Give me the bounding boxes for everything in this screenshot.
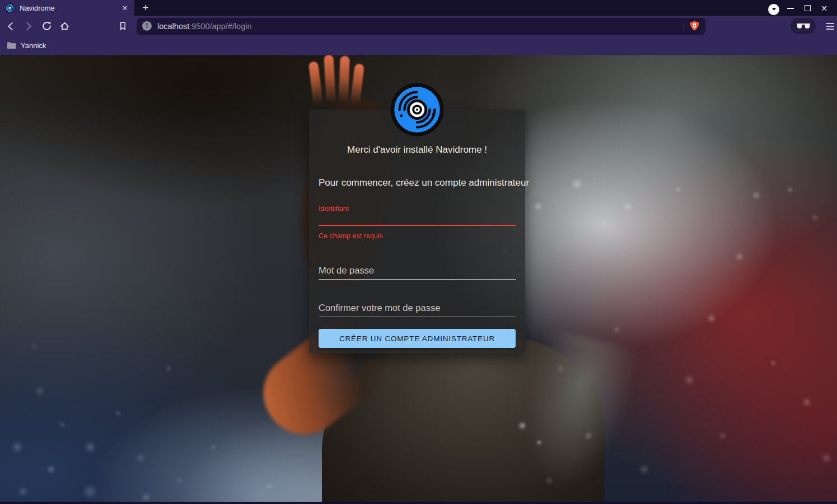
username-label: Identifiant [319, 205, 516, 213]
minimize-icon [787, 8, 794, 9]
username-field: Identifiant Ce champ est requis [319, 205, 516, 240]
tab-title: Navidrome [20, 4, 120, 12]
url-host: localhost [157, 22, 189, 31]
new-tab-button[interactable]: + [138, 0, 153, 16]
performer-finger [308, 61, 324, 111]
performer-finger [324, 55, 336, 111]
bookmark-folder-yannick[interactable]: Yannick [6, 39, 49, 52]
minimize-button[interactable] [782, 0, 799, 16]
close-window-button[interactable]: ✕ [816, 0, 833, 16]
titlebar: Navidrome ✕ + ✕ [0, 0, 837, 16]
username-input[interactable] [319, 213, 516, 226]
username-error-text: Ce champ est requis [319, 232, 516, 240]
maximize-icon [805, 5, 811, 11]
setup-card: Merci d'avoir installé Navidrome ! Pour … [309, 110, 525, 354]
bookmarks-bar: Yannick [0, 36, 837, 55]
window-controls: ✕ [765, 0, 833, 16]
brave-shield-icon [689, 21, 700, 31]
hamburger-icon [826, 23, 834, 24]
navigation-toolbar: ! localhost:9500/app/#/login [0, 16, 837, 36]
sunglasses-icon [796, 23, 811, 30]
forward-icon [24, 21, 34, 31]
tab-navidrome[interactable]: Navidrome ✕ [0, 0, 134, 16]
maximize-button[interactable] [799, 0, 816, 16]
profile-avatar-button[interactable] [791, 18, 816, 34]
window-bottom-edge [0, 502, 837, 504]
search-tabs-button[interactable] [765, 0, 782, 16]
home-icon [59, 21, 70, 31]
browser-window: Navidrome ✕ + ✕ [0, 0, 837, 504]
password-input[interactable] [319, 265, 516, 280]
folder-icon [7, 41, 16, 49]
home-button[interactable] [58, 20, 71, 33]
bokeh-lights [0, 55, 1, 56]
confirm-password-input[interactable] [319, 303, 516, 317]
url-bar[interactable]: ! localhost:9500/app/#/login [137, 18, 705, 35]
bookmark-folder-label: Yannick [21, 41, 46, 50]
back-button[interactable] [4, 20, 17, 33]
urlbar-separator [684, 21, 684, 31]
navidrome-favicon-icon [5, 3, 15, 13]
caret-down-circle-icon [768, 4, 779, 15]
bookmark-this-page-button[interactable] [116, 20, 129, 33]
url-text[interactable]: localhost:9500/app/#/login [157, 22, 679, 31]
reload-icon [41, 21, 52, 31]
tab-close-icon[interactable]: ✕ [120, 3, 130, 13]
performer-finger [338, 56, 349, 111]
navidrome-logo-icon [390, 82, 445, 137]
titlebar-drag-area [153, 0, 765, 16]
brave-shields-button[interactable] [689, 21, 700, 31]
welcome-subtitle: Pour commencer, créez un compte administ… [319, 177, 516, 189]
url-path: :9500/app/#/login [189, 22, 251, 31]
confirm-password-field [319, 303, 516, 317]
bookmark-icon [118, 21, 128, 31]
create-admin-button[interactable]: CRÉER UN COMPTE ADMINISTRATEUR [319, 329, 516, 348]
navidrome-login-page: Merci d'avoir installé Navidrome ! Pour … [0, 55, 837, 502]
site-info-icon[interactable]: ! [142, 21, 152, 31]
reload-button[interactable] [40, 20, 53, 33]
password-field [319, 265, 516, 280]
forward-button [22, 20, 35, 33]
back-icon [6, 21, 16, 31]
menu-button[interactable] [824, 20, 837, 33]
